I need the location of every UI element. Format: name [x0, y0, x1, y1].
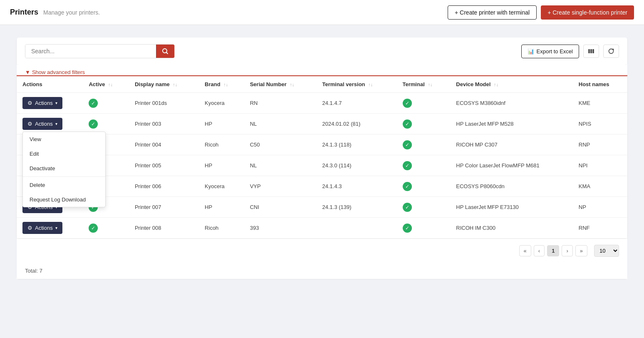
- header: Printers Manage your printers. + Create …: [0, 0, 644, 25]
- host-names-cell: NP: [573, 197, 627, 218]
- device-model-cell: RICOH MP C307: [450, 134, 573, 155]
- sort-active-icon[interactable]: ↑↓: [108, 82, 113, 87]
- display-name-cell: Printer 006: [129, 176, 199, 197]
- svg-rect-3: [590, 49, 592, 53]
- search-button[interactable]: [156, 45, 174, 58]
- main-content: 📊 Export to Excel: [0, 25, 644, 291]
- page-1-button[interactable]: 1: [547, 245, 559, 256]
- serial-number-cell: NL: [244, 155, 317, 176]
- columns-icon: [588, 48, 594, 55]
- menu-item-edit[interactable]: Edit: [23, 147, 105, 161]
- display-name-cell: Printer 007: [129, 197, 199, 218]
- terminal-active-icon: ✓: [403, 203, 412, 212]
- chevron-icon: ▼: [25, 69, 30, 75]
- printers-table: Actions Active ↑↓ Display name ↑↓ Brand: [17, 76, 627, 239]
- col-host-names: Host names: [573, 76, 627, 93]
- table-row: ⚙ Actions ▾ViewEditDeactivateDeleteReque…: [17, 114, 627, 134]
- terminal-version-cell: 24.1.3 (139): [316, 197, 396, 218]
- active-cell: ✓: [83, 93, 129, 114]
- export-excel-button[interactable]: 📊 Export to Excel: [521, 45, 579, 58]
- terminal-cell: ✓: [397, 197, 451, 218]
- gear-icon: ⚙: [27, 100, 32, 106]
- sort-brand-icon[interactable]: ↑↓: [223, 82, 228, 87]
- serial-number-cell: 393: [244, 218, 317, 239]
- next-page-button[interactable]: ›: [562, 245, 572, 256]
- display-name-cell: Printer 001ds: [129, 93, 199, 114]
- col-serial-number: Serial Number ↑↓: [244, 76, 317, 93]
- gear-icon: ⚙: [27, 121, 32, 127]
- device-model-cell: RICOH IM C300: [450, 218, 573, 239]
- col-actions: Actions: [17, 76, 83, 93]
- table-row: ⚙ Actions ▾✓Printer 005HPNL24.3.0 (114)✓…: [17, 155, 627, 176]
- host-names-cell: RNF: [573, 218, 627, 239]
- actions-dropdown-menu: ViewEditDeactivateDeleteRequest Log Down…: [22, 132, 106, 207]
- search-input[interactable]: [25, 45, 156, 58]
- actions-button[interactable]: ⚙ Actions ▾: [22, 97, 62, 109]
- active-cell: ✓: [83, 114, 129, 134]
- sort-device-model-icon[interactable]: ↑↓: [494, 82, 498, 87]
- device-model-cell: ECOSYS M3860idnf: [450, 93, 573, 114]
- chevron-down-icon: ▾: [55, 101, 57, 105]
- col-display-name: Display name ↑↓: [129, 76, 199, 93]
- terminal-cell: ✓: [397, 93, 451, 114]
- sort-display-name-icon[interactable]: ↑↓: [173, 82, 177, 87]
- menu-item-request-log-download[interactable]: Request Log Download: [23, 192, 105, 207]
- excel-icon: 📊: [528, 48, 534, 55]
- display-name-cell: Printer 004: [129, 134, 199, 155]
- svg-rect-4: [592, 49, 594, 53]
- display-name-cell: Printer 008: [129, 218, 199, 239]
- refresh-button[interactable]: [603, 45, 619, 58]
- table-row: ⚙ Actions ▾✓Printer 006KyoceraVYP24.1.4.…: [17, 176, 627, 197]
- terminal-cell: ✓: [397, 176, 451, 197]
- table-row: ⚙ Actions ▾✓Printer 001dsKyoceraRN24.1.4…: [17, 93, 627, 114]
- terminal-active-icon: ✓: [403, 182, 412, 191]
- prev-page-button[interactable]: ‹: [534, 245, 545, 256]
- active-icon: ✓: [89, 224, 98, 233]
- adv-filters-label: Show advanced filters: [32, 69, 85, 75]
- sort-serial-icon[interactable]: ↑↓: [290, 82, 294, 87]
- serial-number-cell: VYP: [244, 176, 317, 197]
- actions-cell: ⚙ Actions ▾: [17, 218, 83, 239]
- terminal-version-cell: 24.3.0 (114): [316, 155, 396, 176]
- pagination-bar: « ‹ 1 › » 10 25 50 100: [17, 239, 627, 263]
- header-actions: + Create printer with terminal + Create …: [448, 5, 634, 20]
- chevron-down-icon: ▾: [55, 122, 57, 126]
- menu-item-delete[interactable]: Delete: [23, 178, 105, 192]
- actions-dropdown-wrapper: ⚙ Actions ▾ViewEditDeactivateDeleteReque…: [22, 118, 62, 130]
- menu-item-view[interactable]: View: [23, 132, 105, 147]
- page-size-select[interactable]: 10 25 50 100: [594, 245, 619, 257]
- create-printer-terminal-button[interactable]: + Create printer with terminal: [448, 5, 537, 20]
- menu-divider: [23, 176, 105, 177]
- search-icon: [162, 48, 168, 55]
- printers-card: 📊 Export to Excel: [17, 37, 627, 279]
- terminal-active-icon: ✓: [403, 224, 412, 233]
- columns-button[interactable]: [583, 45, 599, 58]
- serial-number-cell: CNI: [244, 197, 317, 218]
- device-model-cell: HP LaserJet MFP M528: [450, 114, 573, 134]
- sort-terminal-icon[interactable]: ↑↓: [428, 82, 432, 87]
- show-advanced-filters-link[interactable]: ▼ Show advanced filters: [25, 69, 619, 75]
- table-row: ⚙ Actions ▾✓Printer 007HPCNI24.1.3 (139)…: [17, 197, 627, 218]
- create-single-function-printer-button[interactable]: + Create single-function printer: [541, 5, 634, 20]
- toolbar: 📊 Export to Excel: [17, 37, 627, 65]
- device-model-cell: HP Color LaserJet FlowMFP M681: [450, 155, 573, 176]
- sort-terminal-version-icon[interactable]: ↑↓: [368, 82, 373, 87]
- page-title: Printers: [10, 8, 38, 17]
- host-names-cell: NPIS: [573, 114, 627, 134]
- brand-cell: Ricoh: [199, 218, 244, 239]
- actions-cell: ⚙ Actions ▾ViewEditDeactivateDeleteReque…: [17, 114, 83, 134]
- device-model-cell: HP LaserJet MFP E73130: [450, 197, 573, 218]
- last-page-button[interactable]: »: [575, 245, 587, 256]
- terminal-active-icon: ✓: [403, 119, 412, 129]
- actions-button[interactable]: ⚙ Actions ▾: [22, 118, 62, 130]
- first-page-button[interactable]: «: [519, 245, 531, 256]
- active-icon: ✓: [89, 99, 98, 108]
- terminal-active-icon: ✓: [403, 140, 412, 149]
- brand-cell: HP: [199, 114, 244, 134]
- terminal-cell: ✓: [397, 134, 451, 155]
- host-names-cell: RNP: [573, 134, 627, 155]
- menu-item-deactivate[interactable]: Deactivate: [23, 161, 105, 176]
- serial-number-cell: RN: [244, 93, 317, 114]
- host-names-cell: NPI: [573, 155, 627, 176]
- actions-button[interactable]: ⚙ Actions ▾: [22, 222, 62, 234]
